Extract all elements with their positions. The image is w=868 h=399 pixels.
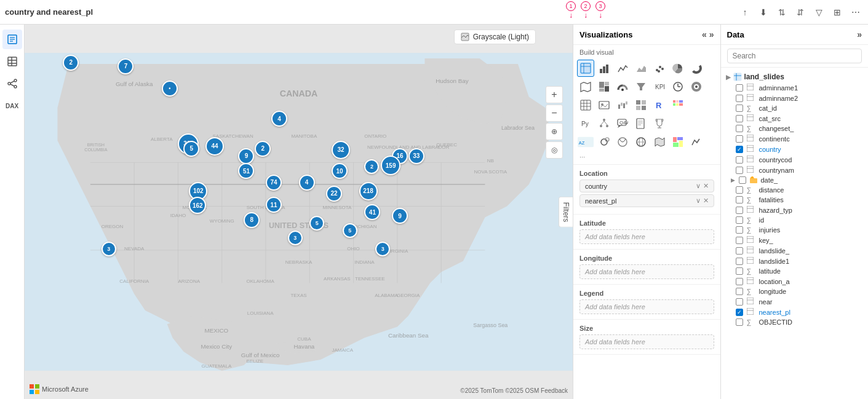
viz-arrow-icon[interactable] bbox=[688, 133, 705, 151]
viz-r-icon[interactable]: R bbox=[651, 97, 668, 114]
tree-item-fatalities[interactable]: ∑fatalities bbox=[721, 195, 869, 205]
tree-item-OBJECTID[interactable]: ∑OBJECTID bbox=[721, 317, 869, 327]
viz-matrix-icon[interactable] bbox=[577, 97, 594, 114]
more-viz-link[interactable]: ··· bbox=[577, 152, 717, 162]
checkbox-continentc[interactable] bbox=[736, 135, 743, 143]
filters-tab[interactable]: Filters bbox=[559, 196, 573, 227]
viz-pie-icon[interactable] bbox=[669, 60, 687, 77]
filter-icon[interactable]: ▽ bbox=[811, 5, 826, 20]
checkbox-id[interactable] bbox=[736, 216, 743, 224]
map-area[interactable]: CANADA Gulf of Alaska Hudson Bay Labrado… bbox=[25, 25, 573, 399]
viz-line-icon[interactable] bbox=[614, 60, 631, 77]
viz-expand-left-button[interactable]: « bbox=[702, 30, 707, 39]
download-icon[interactable]: ⬇ bbox=[756, 5, 771, 20]
viz-grid-icon[interactable] bbox=[632, 97, 650, 114]
tree-item-country[interactable]: ✓country bbox=[721, 144, 869, 154]
field-add-placeholder[interactable]: Add data fields here bbox=[579, 334, 714, 349]
checkbox-key_[interactable] bbox=[736, 237, 743, 244]
more-icon[interactable]: ⋯ bbox=[848, 5, 863, 20]
reset-north-button[interactable]: ⊕ bbox=[546, 123, 563, 140]
tree-item-hazard_typ[interactable]: hazard_typ bbox=[721, 205, 869, 215]
checkbox-injuries[interactable] bbox=[736, 226, 743, 234]
viz-heatmap-icon[interactable] bbox=[669, 97, 687, 114]
tree-item-nearest_pl[interactable]: ✓nearest_pl bbox=[721, 307, 869, 317]
viz-bar-icon[interactable] bbox=[595, 60, 613, 77]
viz-scatter-icon[interactable] bbox=[651, 60, 668, 77]
zoom-in-button[interactable]: + bbox=[546, 86, 563, 103]
viz-treemap-icon[interactable] bbox=[595, 78, 613, 95]
viz-img-icon[interactable] bbox=[595, 97, 613, 114]
field-pill-nearest_pl[interactable]: nearest_pl∨✕ bbox=[579, 194, 714, 207]
sidebar-item-table[interactable] bbox=[2, 52, 22, 71]
checkbox-cat_src[interactable] bbox=[736, 115, 743, 122]
up-icon[interactable]: ↑ bbox=[738, 5, 752, 20]
checkbox-OBJECTID[interactable] bbox=[736, 318, 743, 326]
viz-expand-right-button[interactable]: » bbox=[709, 30, 714, 39]
checkbox-country[interactable]: ✓ bbox=[736, 146, 743, 153]
checkbox-longitude[interactable] bbox=[736, 288, 743, 295]
pill-remove-icon[interactable]: ✕ bbox=[703, 197, 709, 205]
tree-item-landslide_[interactable]: landslide_ bbox=[721, 245, 869, 256]
checkbox-nearest_pl[interactable]: ✓ bbox=[736, 309, 743, 316]
checkbox-countrycod[interactable] bbox=[736, 156, 743, 164]
checkbox-landslide1[interactable] bbox=[736, 258, 743, 265]
checkbox-landslide_[interactable] bbox=[736, 247, 743, 255]
tree-item-changeset_[interactable]: ∑changeset_ bbox=[721, 124, 869, 133]
viz-clock-icon[interactable] bbox=[669, 78, 687, 95]
checkbox-cat_id[interactable] bbox=[736, 105, 743, 112]
tree-item-longitude[interactable]: ∑longitude bbox=[721, 286, 869, 296]
viz-azure-map-icon[interactable]: AZ bbox=[577, 133, 594, 151]
viz-kpi-icon[interactable]: KPI bbox=[651, 78, 668, 95]
sidebar-item-report[interactable] bbox=[2, 30, 22, 49]
checkbox-date_[interactable] bbox=[739, 176, 746, 184]
viz-ring-icon[interactable] bbox=[688, 78, 705, 95]
field-add-placeholder[interactable]: Add data fields here bbox=[579, 264, 714, 279]
viz-paginated-icon[interactable] bbox=[632, 115, 650, 132]
checkbox-fatalities[interactable] bbox=[736, 196, 743, 203]
field-pill-country[interactable]: country∨✕ bbox=[579, 180, 714, 192]
tree-item-id[interactable]: ∑id bbox=[721, 215, 869, 225]
viz-python-icon[interactable]: Py bbox=[577, 115, 594, 132]
viz-chord-icon[interactable] bbox=[614, 133, 631, 151]
checkbox-adminname2[interactable] bbox=[736, 95, 743, 102]
tree-item-countrycod[interactable]: countrycod bbox=[721, 154, 869, 165]
checkbox-near[interactable] bbox=[736, 298, 743, 306]
viz-donut-icon[interactable] bbox=[688, 60, 705, 77]
checkbox-changeset_[interactable] bbox=[736, 125, 743, 132]
checkbox-hazard_typ[interactable] bbox=[736, 207, 743, 214]
tree-item-adminname1[interactable]: adminname1 bbox=[721, 82, 869, 93]
checkbox-countrynam[interactable] bbox=[736, 167, 743, 174]
field-add-placeholder[interactable]: Add data fields here bbox=[579, 229, 714, 244]
tree-item-countrynam[interactable]: countrynam bbox=[721, 165, 869, 175]
viz-globe-icon[interactable] bbox=[632, 133, 650, 151]
tree-item-location_a[interactable]: location_a bbox=[721, 276, 869, 286]
data-expand-button[interactable]: » bbox=[857, 30, 862, 39]
viz-decomp-icon[interactable] bbox=[595, 115, 613, 132]
checkbox-adminname1[interactable] bbox=[736, 84, 743, 92]
tree-item-injuries[interactable]: ∑injuries bbox=[721, 225, 869, 235]
sidebar-item-model[interactable] bbox=[2, 74, 22, 93]
viz-bubble-icon[interactable] bbox=[595, 133, 613, 151]
tree-item-latitude[interactable]: ∑latitude bbox=[721, 266, 869, 276]
tree-item-near[interactable]: near bbox=[721, 296, 869, 307]
sidebar-item-dax[interactable]: DAX bbox=[2, 96, 22, 116]
tree-item-key_[interactable]: key_ bbox=[721, 235, 869, 245]
viz-waterfall-icon[interactable] bbox=[614, 97, 631, 114]
pill-remove-icon[interactable]: ✕ bbox=[703, 182, 709, 190]
viz-map-icon[interactable] bbox=[577, 78, 594, 95]
field-add-placeholder[interactable]: Add data fields here bbox=[579, 299, 714, 314]
sort-icon[interactable]: ⇅ bbox=[774, 5, 789, 20]
tree-item-landslide1[interactable]: landslide1 bbox=[721, 256, 869, 266]
grid-icon[interactable]: ⊞ bbox=[830, 5, 845, 20]
tree-item-distance[interactable]: ∑distance bbox=[721, 185, 869, 195]
viz-filled-map-icon[interactable] bbox=[651, 133, 668, 151]
pill-dropdown-icon[interactable]: ∨ bbox=[696, 182, 701, 190]
checkbox-location_a[interactable] bbox=[736, 278, 743, 285]
tree-group-item-date_[interactable]: ▶ date_ bbox=[721, 175, 869, 185]
tree-item-cat_src[interactable]: cat_src bbox=[721, 113, 869, 124]
grayscale-badge[interactable]: Grayscale (Light) bbox=[454, 30, 536, 44]
tree-item-continentc[interactable]: continentc bbox=[721, 133, 869, 144]
viz-gauge-icon[interactable] bbox=[614, 78, 631, 95]
zoom-out-button[interactable]: − bbox=[546, 105, 563, 122]
viz-trophy-icon[interactable] bbox=[651, 115, 668, 132]
